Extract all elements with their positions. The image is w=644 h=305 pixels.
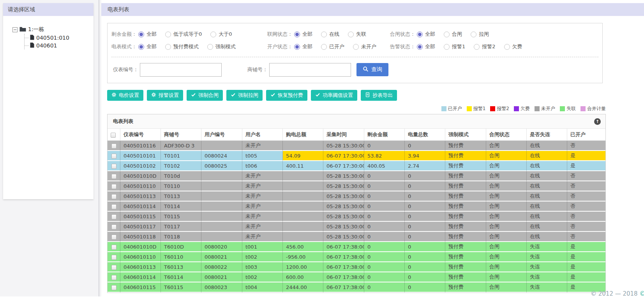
action-button[interactable]: 强制合闸 bbox=[187, 90, 223, 101]
action-button[interactable]: 恢复预付费 bbox=[266, 90, 307, 101]
table-cell: 在线 bbox=[527, 202, 567, 212]
action-button-label: 报警设置 bbox=[159, 92, 179, 99]
radio-option[interactable]: 全部 bbox=[294, 31, 312, 38]
table-cell: 预付费 bbox=[445, 161, 486, 171]
row-checkbox[interactable] bbox=[111, 194, 116, 199]
action-button[interactable]: 功率阈值设置 bbox=[311, 90, 357, 101]
action-button[interactable]: 报警设置 bbox=[147, 90, 183, 101]
meter-no-input[interactable] bbox=[140, 63, 222, 77]
radio-icon[interactable] bbox=[321, 32, 327, 37]
table-cell: T0117 bbox=[161, 222, 201, 232]
table-cell: 05-28 15:30:00 bbox=[323, 171, 364, 181]
radio-option[interactable]: 拉闸 bbox=[471, 31, 489, 38]
select-all-checkbox[interactable] bbox=[111, 133, 116, 138]
row-checkbox[interactable] bbox=[111, 285, 116, 290]
radio-icon[interactable] bbox=[294, 32, 300, 37]
tree-node-label[interactable]: 040601 bbox=[36, 42, 57, 49]
table-cell bbox=[201, 222, 242, 232]
table-cell: 预付费 bbox=[445, 212, 486, 222]
action-button[interactable]: 电价设置 bbox=[107, 90, 143, 101]
table-cell: T0118 bbox=[161, 232, 201, 242]
radio-icon[interactable] bbox=[417, 44, 423, 50]
radio-icon[interactable] bbox=[138, 44, 144, 50]
tree-node[interactable]: 040501:010 bbox=[25, 34, 94, 42]
radio-option[interactable]: 报警2 bbox=[474, 43, 495, 50]
action-button[interactable]: 强制拉闸 bbox=[226, 90, 263, 101]
radio-option[interactable]: 全部 bbox=[138, 31, 157, 38]
radio-icon[interactable] bbox=[444, 32, 450, 37]
radio-icon[interactable] bbox=[348, 32, 354, 37]
row-checkbox[interactable] bbox=[111, 184, 116, 189]
radio-option[interactable]: 全部 bbox=[417, 43, 435, 50]
table-cell: 预付费 bbox=[445, 202, 486, 212]
shop-no-input[interactable] bbox=[269, 63, 351, 77]
radio-icon[interactable] bbox=[165, 32, 171, 37]
collapse-up-icon[interactable]: ↑ bbox=[594, 118, 601, 125]
radio-icon[interactable] bbox=[321, 44, 327, 50]
radio-icon[interactable] bbox=[474, 44, 480, 50]
radio-option[interactable]: 欠费 bbox=[504, 43, 522, 50]
table-cell: 否 bbox=[567, 232, 605, 242]
table-cell: 3.94 bbox=[405, 151, 445, 161]
row-checkbox[interactable] bbox=[111, 265, 116, 270]
row-checkbox[interactable] bbox=[111, 214, 116, 219]
radio-option[interactable]: 强制模式 bbox=[207, 43, 236, 50]
radio-option[interactable]: 在线 bbox=[321, 31, 339, 38]
row-checkbox[interactable] bbox=[111, 164, 116, 169]
row-checkbox[interactable] bbox=[111, 245, 116, 250]
radio-icon[interactable] bbox=[353, 44, 359, 50]
radio-option[interactable]: 报警1 bbox=[444, 43, 465, 50]
action-button-label: 强制合闸 bbox=[198, 92, 219, 99]
radio-option[interactable]: 全部 bbox=[138, 43, 157, 50]
row-checkbox[interactable] bbox=[111, 154, 116, 159]
table-cell: 0 bbox=[405, 212, 445, 222]
radio-icon[interactable] bbox=[165, 44, 171, 50]
radio-option[interactable]: 低于或等于0 bbox=[165, 31, 202, 38]
tree-root-label[interactable]: 1:一栋 bbox=[28, 26, 44, 33]
radio-option[interactable]: 合闸 bbox=[444, 31, 462, 38]
collapse-toggle-icon[interactable]: − bbox=[12, 27, 18, 32]
row-checkbox[interactable] bbox=[111, 144, 116, 149]
radio-icon[interactable] bbox=[207, 44, 213, 50]
table-cell: 456.00 bbox=[283, 242, 323, 252]
row-checkbox[interactable] bbox=[111, 235, 116, 240]
export-button[interactable]: 抄表导出 bbox=[361, 90, 397, 101]
radio-option[interactable]: 已开户 bbox=[321, 43, 344, 50]
table-body: 0405010116ADF300-D 3未开户05-28 15:30:0000预… bbox=[108, 141, 605, 293]
search-button[interactable]: 查询 bbox=[356, 63, 388, 76]
table-cell: 0 bbox=[405, 262, 445, 272]
radio-icon[interactable] bbox=[417, 32, 423, 37]
filter-group: 联网状态：全部在线失联 bbox=[267, 31, 390, 38]
tree-node-label[interactable]: 040501:010 bbox=[36, 35, 69, 41]
radio-icon[interactable] bbox=[471, 32, 476, 37]
table-cell: 0 bbox=[405, 171, 445, 181]
row-checkbox[interactable] bbox=[111, 174, 116, 179]
table-cell: 未开户 bbox=[242, 141, 283, 151]
radio-icon[interactable] bbox=[138, 32, 144, 37]
row-checkbox[interactable] bbox=[111, 204, 116, 209]
gear-icon bbox=[111, 92, 116, 98]
radio-option[interactable]: 预付费模式 bbox=[165, 43, 199, 50]
radio-option[interactable]: 大于0 bbox=[210, 31, 232, 38]
row-checkbox[interactable] bbox=[111, 275, 116, 280]
tree-root[interactable]: − 1:一栋 bbox=[12, 26, 94, 33]
meter-no-label: 仪表编号： bbox=[113, 66, 138, 73]
radio-icon[interactable] bbox=[294, 44, 300, 50]
table-cell: 失连 bbox=[527, 272, 567, 282]
radio-icon[interactable] bbox=[444, 44, 450, 50]
tree-node[interactable]: 040601 bbox=[25, 42, 94, 49]
table-cell: 06-07 17:38:00 bbox=[323, 242, 364, 252]
action-toolbar: 电价设置报警设置强制合闸强制拉闸恢复预付费功率阈值设置抄表导出 bbox=[107, 90, 605, 101]
table-cell: 合闸 bbox=[486, 202, 527, 212]
radio-option[interactable]: 全部 bbox=[294, 43, 312, 50]
table-cell: 否 bbox=[567, 141, 605, 151]
legend-label: 失联 bbox=[566, 105, 576, 112]
radio-option[interactable]: 失联 bbox=[348, 31, 366, 38]
row-checkbox[interactable] bbox=[111, 255, 116, 260]
radio-option[interactable]: 全部 bbox=[417, 31, 435, 38]
radio-option[interactable]: 未开户 bbox=[353, 43, 376, 50]
radio-icon[interactable] bbox=[210, 32, 216, 37]
row-checkbox[interactable] bbox=[111, 224, 116, 230]
radio-icon[interactable] bbox=[504, 44, 510, 50]
action-button-label: 抄表导出 bbox=[372, 92, 393, 99]
